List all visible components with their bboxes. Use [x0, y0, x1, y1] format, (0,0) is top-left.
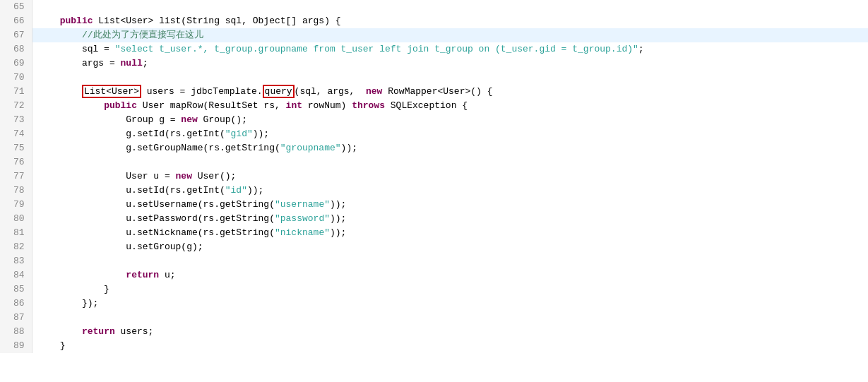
highlighted-term: query: [263, 85, 295, 98]
keyword: int: [286, 100, 302, 111]
code-table: 65 66 public List<User> list(String sql,…: [0, 0, 868, 353]
code-text: u.setGroup(g);: [38, 241, 203, 252]
code-text: User u =: [38, 171, 176, 181]
code-text: ));: [253, 129, 269, 139]
line-number: 79: [0, 198, 32, 212]
code-text: sql =: [38, 44, 115, 54]
string-literal: "groupname": [280, 143, 341, 153]
comment: //此处为了方便直接写在这儿: [38, 30, 203, 40]
code-text: ;: [638, 44, 644, 54]
line-content: u.setNickname(rs.getString("nickname"));: [32, 226, 868, 240]
line-number: 82: [0, 240, 32, 254]
line-content: [32, 311, 868, 325]
line-number: 78: [0, 184, 32, 198]
line-number: 84: [0, 268, 32, 282]
code-text: u;: [159, 270, 175, 280]
line-number: 72: [0, 99, 32, 113]
code-text: }: [38, 340, 66, 351]
line-number: 80: [0, 212, 32, 226]
keyword: public: [104, 100, 137, 111]
line-number: 68: [0, 42, 32, 56]
string-literal: "id": [225, 185, 247, 196]
highlighted-term: List<User>: [82, 85, 141, 98]
line-content: public User mapRow(ResultSet rs, int row…: [32, 99, 868, 113]
line-content: u.setGroup(g);: [32, 240, 868, 254]
code-text: ));: [247, 185, 263, 196]
keyword: new: [366, 86, 382, 97]
line-content: g.setId(rs.getInt("gid"));: [32, 127, 868, 141]
line-number: 70: [0, 71, 32, 85]
code-text: }: [38, 284, 109, 294]
line-content: [32, 254, 868, 268]
string-literal: "nickname": [275, 227, 330, 238]
line-content: List<User> users = jdbcTemplate.query(sq…: [32, 85, 868, 99]
code-text: users = jdbcTemplate.: [141, 86, 263, 97]
code-text: g.setId(rs.getInt(: [38, 129, 225, 139]
code-text: u.setPassword(rs.getString(: [38, 213, 275, 224]
line-number: 65: [0, 0, 32, 14]
code-text: (sql, args,: [295, 86, 366, 97]
code-text: u.setNickname(rs.getString(: [38, 227, 275, 238]
code-text: [38, 326, 82, 337]
code-text: rowNum): [302, 100, 352, 111]
line-content: public List<User> list(String sql, Objec…: [32, 14, 868, 28]
line-number: 89: [0, 339, 32, 353]
line-number: 87: [0, 311, 32, 325]
line-content: args = null;: [32, 56, 868, 71]
code-text: ));: [330, 199, 346, 210]
line-number: 67: [0, 28, 32, 42]
code-text: args =: [38, 58, 121, 68]
line-number: 85: [0, 282, 32, 297]
code-text: List<User> list(String sql, Object[] arg…: [93, 16, 341, 26]
code-text: users;: [115, 326, 154, 337]
code-text: Group g =: [38, 114, 182, 125]
string-literal: "username": [275, 199, 330, 210]
line-content: }: [32, 339, 868, 353]
code-editor: 65 66 public List<User> list(String sql,…: [0, 0, 868, 382]
code-text: Group();: [198, 114, 247, 125]
line-content: g.setGroupName(rs.getString("groupname")…: [32, 141, 868, 155]
line-number: 77: [0, 169, 32, 184]
line-number: 88: [0, 325, 32, 339]
line-content: u.setId(rs.getInt("id"));: [32, 184, 868, 198]
line-content: User u = new User();: [32, 169, 868, 184]
code-text: User mapRow(ResultSet rs,: [137, 100, 286, 111]
code-text: [38, 86, 82, 97]
line-content: u.setPassword(rs.getString("password"));: [32, 212, 868, 226]
keyword: null: [121, 58, 143, 68]
line-number: 66: [0, 14, 32, 28]
line-content: });: [32, 297, 868, 311]
line-number: 73: [0, 113, 32, 127]
keyword: throws: [352, 100, 385, 111]
line-number: 76: [0, 155, 32, 169]
line-content: [32, 0, 868, 14]
line-content: [32, 155, 868, 169]
keyword: new: [176, 171, 192, 181]
line-content: u.setUsername(rs.getString("username"));: [32, 198, 868, 212]
code-text: [38, 270, 126, 280]
code-text: SQLException {: [385, 100, 468, 111]
string-literal: "password": [275, 213, 330, 224]
line-number: 81: [0, 226, 32, 240]
code-text: User();: [192, 171, 236, 181]
line-content: return u;: [32, 268, 868, 282]
code-text: [38, 100, 105, 111]
line-number: 83: [0, 254, 32, 268]
code-text: u.setId(rs.getInt(: [38, 185, 225, 196]
line-number: 75: [0, 141, 32, 155]
line-content: }: [32, 282, 868, 297]
line-content: return users;: [32, 325, 868, 339]
line-number: 71: [0, 85, 32, 99]
code-text: RowMapper<User>() {: [382, 86, 492, 97]
keyword: return: [82, 326, 115, 337]
line-content: sql = "select t_user.*, t_group.groupnam…: [32, 42, 868, 56]
keyword: new: [181, 114, 197, 125]
line-content: [32, 71, 868, 85]
line-number: 74: [0, 127, 32, 141]
keyword: return: [126, 270, 159, 280]
code-text: ;: [143, 58, 148, 68]
code-text: ));: [330, 227, 346, 238]
code-text: ));: [341, 143, 357, 153]
keyword: public: [38, 16, 93, 26]
code-text: });: [38, 298, 99, 309]
